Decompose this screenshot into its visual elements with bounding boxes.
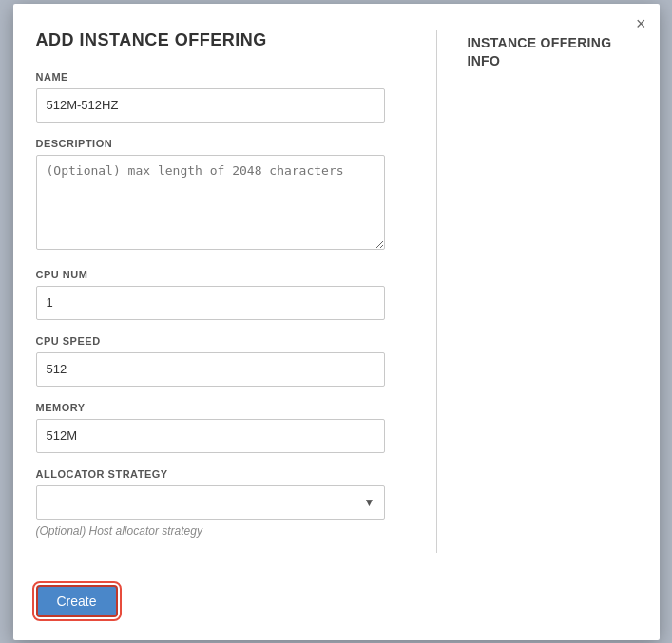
description-textarea[interactable] <box>36 155 385 250</box>
name-input[interactable] <box>36 88 385 123</box>
description-group: DESCRIPTION <box>36 138 385 254</box>
modal-overlay: × ADD INSTANCE OFFERING NAME DESCRIPTION… <box>0 0 672 643</box>
close-button[interactable]: × <box>636 15 646 32</box>
allocator-select[interactable] <box>36 485 385 520</box>
modal-dialog: × ADD INSTANCE OFFERING NAME DESCRIPTION… <box>13 4 660 640</box>
allocator-label: ALLOCATOR STRATEGY <box>36 468 385 480</box>
modal-body: ADD INSTANCE OFFERING NAME DESCRIPTION C… <box>13 4 660 576</box>
cpu-speed-group: CPU SPEED <box>36 335 385 387</box>
cpu-num-group: CPU NUM <box>36 269 385 320</box>
form-title: ADD INSTANCE OFFERING <box>36 30 385 50</box>
cpu-num-label: CPU NUM <box>36 269 385 280</box>
button-row: Create <box>13 576 660 640</box>
cpu-speed-label: CPU SPEED <box>36 335 385 347</box>
right-panel: INSTANCE OFFERING INFO <box>460 30 631 553</box>
name-group: NAME <box>36 71 385 123</box>
info-title: INSTANCE OFFERING INFO <box>468 34 631 71</box>
memory-input[interactable] <box>36 419 385 453</box>
name-label: NAME <box>36 71 385 83</box>
left-panel: ADD INSTANCE OFFERING NAME DESCRIPTION C… <box>36 30 413 553</box>
cpu-num-input[interactable] <box>36 286 385 320</box>
memory-label: MEMORY <box>36 402 385 413</box>
memory-group: MEMORY <box>36 402 385 453</box>
allocator-group: ALLOCATOR STRATEGY ▼ (Optional) Host all… <box>36 468 385 538</box>
cpu-speed-input[interactable] <box>36 352 385 387</box>
allocator-select-wrapper: ▼ <box>36 485 385 520</box>
create-button[interactable]: Create <box>36 585 118 617</box>
allocator-hint: (Optional) Host allocator strategy <box>36 524 385 538</box>
panel-divider <box>436 30 437 553</box>
description-label: DESCRIPTION <box>36 138 385 149</box>
